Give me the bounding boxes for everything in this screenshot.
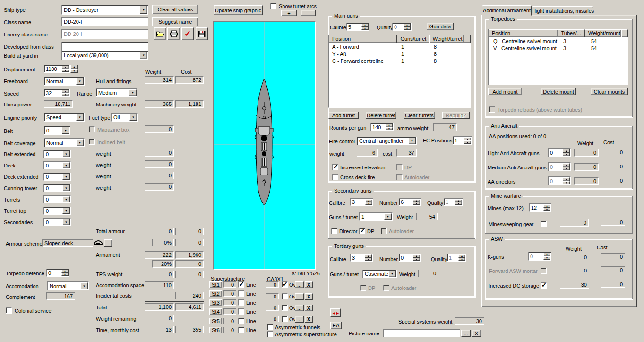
asymmetric-superstructure-checkbox[interactable] <box>267 331 273 337</box>
director-checkbox[interactable] <box>331 228 337 234</box>
fc-positions-input[interactable]: 1 <box>453 136 472 145</box>
swap-sides-button[interactable] <box>330 308 341 317</box>
increased-elevation-checkbox[interactable] <box>332 164 338 170</box>
oval3-checkbox[interactable] <box>282 305 288 311</box>
chevron-down-icon[interactable] <box>62 185 70 191</box>
oval2-delete-button[interactable]: X <box>305 293 313 300</box>
chevron-down-icon[interactable] <box>80 282 88 289</box>
belt-coverage-select[interactable]: Normal <box>44 138 85 147</box>
secondary-calibre-input[interactable]: 3 <box>350 198 373 206</box>
chevron-down-icon[interactable] <box>384 213 392 220</box>
displacement-input[interactable]: 1100 <box>44 65 70 73</box>
displacement-fine-spinner[interactable] <box>70 65 78 73</box>
main-guns-table[interactable]: Position Guns/turret Weight/turret A - F… <box>328 35 471 108</box>
table-row[interactable]: A - Forward 1 8 <box>329 43 471 50</box>
table-row[interactable]: C - Forward centreline 1 8 <box>329 57 471 64</box>
delete-turret-button[interactable]: Delete turret <box>366 112 396 119</box>
chevron-down-icon[interactable] <box>62 219 70 225</box>
st6-button[interactable]: St6 <box>209 327 222 333</box>
chevron-down-icon[interactable] <box>129 114 137 121</box>
oval1-more-button[interactable]: ... <box>295 281 304 288</box>
zoom-out-button[interactable]: - <box>301 10 316 16</box>
secondary-calibre-spinner[interactable] <box>365 199 372 205</box>
clear-mounts-button[interactable]: Clear mounts <box>591 88 628 95</box>
oval2-checkbox[interactable] <box>282 293 288 299</box>
table-row[interactable]: V - Centreline swivel mount 3 54 <box>489 44 628 52</box>
fc-positions-spinner[interactable] <box>464 137 471 144</box>
developed-from-input[interactable] <box>61 42 148 51</box>
st1-line-checkbox[interactable] <box>238 281 244 288</box>
chevron-down-icon[interactable] <box>129 89 137 96</box>
oval3-delete-button[interactable]: X <box>305 305 313 311</box>
clear-turrets-button[interactable]: Clear turrets <box>404 112 435 119</box>
chevron-down-icon[interactable] <box>62 196 70 202</box>
chevron-down-icon[interactable] <box>140 6 147 14</box>
belt-extended-select[interactable]: 0 <box>43 150 71 158</box>
show-turret-arcs-checkbox[interactable] <box>270 3 276 9</box>
st3-line-checkbox[interactable] <box>238 299 244 306</box>
secondaries-select[interactable]: 0 <box>43 218 71 226</box>
table-row[interactable]: Y - Aft 1 8 <box>329 50 471 57</box>
turret-top-select[interactable]: 0 <box>43 207 71 215</box>
turrets-select[interactable]: 0 <box>43 195 71 203</box>
tertiary-number-input[interactable]: 0 <box>399 254 421 262</box>
st5-line-checkbox[interactable] <box>238 318 244 324</box>
torpedoes-table[interactable]: Position Tubes/... Weight/mount Q - Cent… <box>488 29 628 85</box>
gun-data-button[interactable]: Gun data <box>427 23 454 30</box>
increased-dc-storage-checkbox[interactable] <box>541 282 547 289</box>
oval4-delete-button[interactable]: X <box>305 316 313 323</box>
column-header[interactable]: Position <box>329 35 397 43</box>
column-header[interactable]: Position <box>489 29 558 37</box>
minesweeping-checkbox[interactable] <box>541 221 547 227</box>
oval2-more-button[interactable]: ... <box>295 293 304 300</box>
torpedo-defence-spinner[interactable] <box>61 270 69 276</box>
secondary-guns-turret-select[interactable]: 1 <box>359 212 393 221</box>
light-aa-spinner[interactable] <box>563 149 570 156</box>
save-button[interactable] <box>196 27 208 40</box>
delete-mount-button[interactable]: Delete mount <box>541 88 576 95</box>
tertiary-number-spinner[interactable] <box>413 254 420 261</box>
add-turret-button[interactable]: Add turret <box>328 112 359 119</box>
chevron-down-icon[interactable] <box>76 78 84 85</box>
armour-scheme-button[interactable] <box>104 239 112 247</box>
chevron-down-icon[interactable] <box>62 127 69 134</box>
fire-control-select[interactable]: Central rangefinder <box>357 137 417 145</box>
st4-line-checkbox[interactable] <box>238 308 244 315</box>
deck-extended-select[interactable]: 0 <box>43 173 71 181</box>
accomodation-select[interactable]: Normal <box>47 281 89 290</box>
mines-spinner[interactable] <box>543 204 550 211</box>
oval1-delete-button[interactable]: X <box>305 281 313 288</box>
main-calibre-spinner[interactable] <box>361 24 369 30</box>
secondary-number-input[interactable]: 6 <box>399 198 421 206</box>
cross-deck-fire-checkbox[interactable] <box>332 174 338 180</box>
st4-button[interactable]: St4 <box>209 308 222 315</box>
conning-tower-select[interactable]: 0 <box>43 184 71 192</box>
oval4-checkbox[interactable] <box>282 316 288 322</box>
oval4-more-button[interactable]: ... <box>295 316 304 323</box>
range-select[interactable]: Medium <box>96 88 137 97</box>
oval1-checkbox[interactable] <box>282 281 288 288</box>
table-row[interactable]: Q - Centreline swivel mount 3 54 <box>489 37 628 44</box>
validate-button[interactable]: ✓ <box>181 27 194 40</box>
st5-button[interactable]: St5 <box>209 318 222 324</box>
open-file-button[interactable] <box>154 27 166 40</box>
add-mount-button[interactable]: Add mount <box>488 88 522 95</box>
displacement-spinner[interactable] <box>62 66 69 72</box>
light-aa-input[interactable]: 0 <box>548 148 571 157</box>
mines-input[interactable]: 12 <box>529 203 551 212</box>
ship-type-select[interactable]: DD - Destroyer <box>61 5 148 15</box>
class-name-input[interactable]: DD-20-I <box>61 17 148 26</box>
picture-name-input[interactable] <box>383 329 460 337</box>
column-header[interactable]: Weight/mount <box>585 29 621 37</box>
freeboard-select[interactable]: Normal <box>44 77 85 86</box>
rounds-per-gun-input[interactable]: 140 <box>370 123 394 131</box>
oval3-more-button[interactable]: ... <box>295 305 304 311</box>
column-header[interactable]: Weight/turret <box>429 35 464 43</box>
tertiary-guns-turret-select[interactable]: Casemate: <box>362 270 397 278</box>
tertiary-calibre-spinner[interactable] <box>365 254 372 261</box>
torpedo-defence-input[interactable]: 0 <box>46 269 69 277</box>
update-ship-graphic-button[interactable]: Update ship graphic <box>214 5 263 15</box>
chevron-down-icon[interactable] <box>62 208 70 214</box>
suggest-name-button[interactable]: Suggest name <box>152 17 198 26</box>
picture-clear-button[interactable]: X <box>472 330 481 337</box>
